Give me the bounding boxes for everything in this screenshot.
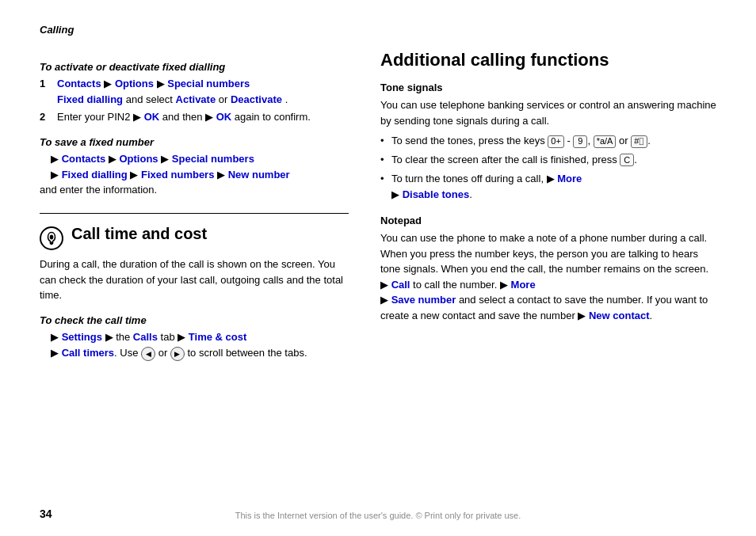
header-title: Calling	[40, 24, 74, 36]
page-header: Calling	[40, 24, 716, 36]
fixed-dialling-link: Fixed dialling	[57, 93, 123, 105]
call-time-body: During a call, the duration of the call …	[40, 257, 349, 303]
activate-link: Activate	[176, 93, 216, 105]
step-1-num: 1	[40, 76, 51, 107]
call-time-header: Call time and cost	[40, 225, 349, 250]
arrow-1: ▶	[104, 78, 115, 89]
activate-section-title: To activate or deactivate fixed dialling	[40, 61, 349, 73]
activate-deactivate-section: To activate or deactivate fixed dialling…	[40, 61, 349, 125]
step-1-content: Contacts ▶ Options ▶ Special numbers Fix…	[57, 76, 288, 107]
speaker-icon	[44, 231, 59, 245]
notepad-body: You can use the phone to make a note of …	[380, 230, 716, 323]
svg-point-0	[50, 235, 54, 240]
two-column-layout: To activate or deactivate fixed dialling…	[40, 50, 716, 362]
call-timers-link: Call timers	[62, 347, 114, 359]
scroll-right-icon: ▶	[170, 347, 185, 361]
new-contact-link: New contact	[589, 310, 650, 321]
contacts-link-2: Contacts	[62, 153, 106, 165]
ok-link-1: OK	[144, 111, 160, 123]
left-column: To activate or deactivate fixed dialling…	[40, 50, 349, 362]
tone-bullet-2: To clear the screen after the call is fi…	[380, 152, 716, 169]
check-nav-line1: ▶ Settings ▶ the Calls tab ▶ Time & cost	[40, 329, 349, 346]
notepad-section: Notepad You can use the phone to make a …	[380, 215, 716, 323]
check-call-time-title: To check the call time	[40, 314, 349, 326]
call-link: Call	[391, 279, 410, 291]
fixed-numbers-link: Fixed numbers	[141, 169, 214, 181]
step-1: 1 Contacts ▶ Options ▶ Special numbers F…	[40, 76, 349, 107]
key-9: 9	[573, 135, 587, 148]
special-numbers-link-2: Special numbers	[172, 153, 254, 165]
tone-signals-section: Tone signals You can use telephone banki…	[380, 82, 716, 203]
time-cost-link: Time & cost	[189, 331, 246, 343]
right-main-title: Additional calling functions	[380, 50, 716, 70]
key-0plus: 0+	[548, 135, 564, 148]
call-time-icon	[40, 226, 63, 250]
key-c: C	[620, 154, 634, 166]
disable-tones-link: Disable tones	[403, 188, 470, 200]
tone-signals-title: Tone signals	[380, 82, 716, 93]
step-1-text: and select	[126, 93, 176, 105]
save-number-link: Save number	[391, 294, 456, 306]
arrow-2: ▶	[157, 78, 168, 89]
contacts-link: Contacts	[57, 78, 101, 89]
check-nav-line2: ▶ Call timers. Use ◀ or ▶ to scroll betw…	[40, 345, 349, 362]
save-nav-line2: ▶ Fixed dialling ▶ Fixed numbers ▶ New n…	[40, 167, 349, 184]
save-nav-line3: and enter the information.	[40, 184, 349, 196]
footer-disclaimer: This is the Internet version of the user…	[0, 511, 756, 520]
tone-bullet-3: To turn the tones off during a call, ▶ M…	[380, 171, 716, 204]
tone-signals-list: To send the tones, press the keys 0+ - 9…	[380, 133, 716, 203]
more-link-1: More	[557, 173, 582, 184]
right-column: Additional calling functions Tone signal…	[380, 50, 716, 362]
key-hash: #⌷	[631, 135, 647, 148]
call-time-title: Call time and cost	[71, 225, 207, 243]
step-2-num: 2	[40, 109, 51, 125]
step-1-period: .	[285, 93, 288, 105]
save-section-title: To save a fixed number	[40, 136, 349, 148]
options-link: Options	[115, 78, 154, 89]
deactivate-link: Deactivate	[231, 93, 282, 105]
check-call-time-section: To check the call time ▶ Settings ▶ the …	[40, 314, 349, 363]
ok-link-2: OK	[216, 111, 232, 123]
options-link-2: Options	[119, 153, 158, 165]
settings-link: Settings	[62, 331, 102, 343]
save-fixed-number-section: To save a fixed number ▶ Contacts ▶ Opti…	[40, 136, 349, 196]
key-star: *a/A	[594, 135, 617, 148]
fixed-dialling-link-2: Fixed dialling	[62, 169, 128, 181]
call-time-section: Call time and cost During a call, the du…	[40, 213, 349, 362]
step-1-or: or	[219, 93, 231, 105]
step-2-content: Enter your PIN2 ▶ OK and then ▶ OK again…	[57, 109, 311, 125]
activate-steps: 1 Contacts ▶ Options ▶ Special numbers F…	[40, 76, 349, 125]
more-link-2: More	[511, 279, 536, 291]
svg-rect-1	[50, 242, 54, 244]
save-nav-line1: ▶ Contacts ▶ Options ▶ Special numbers	[40, 151, 349, 168]
notepad-title: Notepad	[380, 215, 716, 226]
calls-tab-link: Calls	[133, 331, 158, 343]
page: Calling To activate or deactivate fixed …	[0, 0, 756, 536]
special-numbers-link: Special numbers	[167, 78, 250, 89]
new-number-link: New number	[228, 169, 290, 181]
step-2: 2 Enter your PIN2 ▶ OK and then ▶ OK aga…	[40, 109, 349, 125]
scroll-left-icon: ◀	[141, 347, 155, 361]
tone-bullet-1: To send the tones, press the keys 0+ - 9…	[380, 133, 716, 150]
tone-signals-body: You can use telephone banking services o…	[380, 97, 716, 128]
